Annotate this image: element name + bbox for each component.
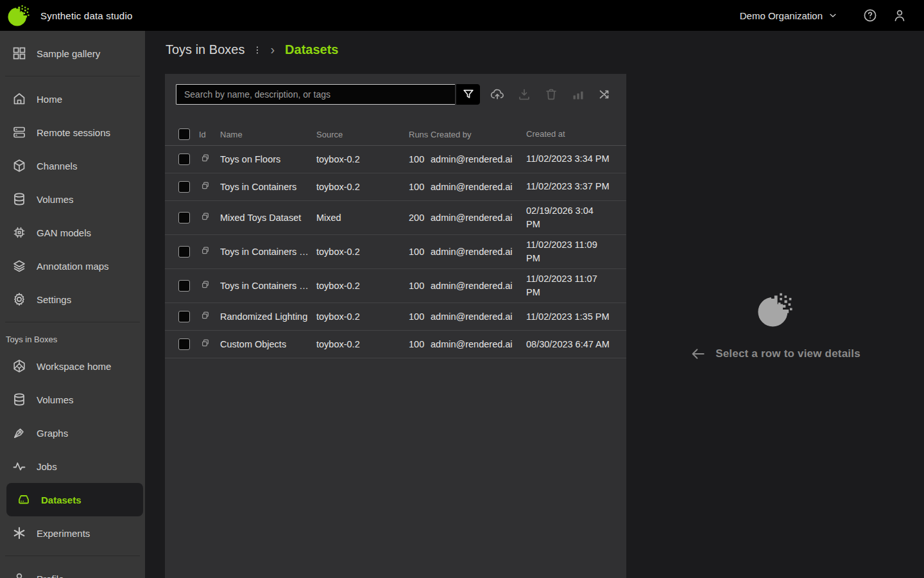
table-row[interactable]: Randomized Lighting toybox-0.2 100 admin… xyxy=(165,303,626,331)
dataset-runs: 100 xyxy=(409,243,431,260)
person-icon xyxy=(12,571,27,578)
watermark-logo-icon xyxy=(757,291,794,328)
breadcrumb-separator: › xyxy=(270,42,275,57)
cloud-upload-icon xyxy=(490,87,505,102)
dataset-source: toybox-0.2 xyxy=(316,243,409,260)
copy-id-button[interactable] xyxy=(199,152,212,165)
server-icon xyxy=(12,125,27,140)
copy-id-button[interactable] xyxy=(199,310,212,322)
sidebar-item-gan-models[interactable]: GAN models xyxy=(0,216,145,249)
compare-button[interactable] xyxy=(597,87,613,102)
copy-id-button[interactable] xyxy=(199,211,212,223)
copy-icon xyxy=(199,211,212,223)
dataset-created-by: admin@rendered.ai xyxy=(431,336,526,353)
breadcrumb-workspace[interactable]: Toys in Boxes xyxy=(166,42,244,57)
row-checkbox[interactable] xyxy=(178,246,190,258)
dataset-created-at: 11/02/2023 3:34 PM xyxy=(526,149,610,169)
kebab-menu-icon[interactable] xyxy=(252,44,263,57)
help-button[interactable] xyxy=(862,8,878,23)
download-button xyxy=(517,87,532,102)
row-checkbox[interactable] xyxy=(178,212,190,223)
app-logo-icon[interactable] xyxy=(7,4,30,27)
copy-id-button[interactable] xyxy=(199,180,212,193)
copy-icon xyxy=(199,279,212,292)
sidebar-item-jobs[interactable]: Jobs xyxy=(0,450,145,483)
sidebar-item-sample-gallery[interactable]: Sample gallery xyxy=(0,37,145,70)
dataset-created-by: admin@rendered.ai xyxy=(431,308,526,325)
dataset-created-at: 11/02/2023 3:37 PM xyxy=(526,177,610,197)
sidebar-item-profile[interactable]: Profile xyxy=(0,562,145,578)
dataset-source: toybox-0.2 xyxy=(316,308,409,325)
bar-chart-icon xyxy=(570,87,586,102)
table-row[interactable]: Custom Objects toybox-0.2 100 admin@rend… xyxy=(165,331,626,358)
detail-placeholder-panel: Select a row to view details xyxy=(626,31,924,578)
dataset-created-at: 08/30/2023 6:47 AM xyxy=(526,335,610,355)
row-checkbox[interactable] xyxy=(178,311,190,322)
home-icon xyxy=(12,91,27,107)
sidebar-item-settings[interactable]: Settings xyxy=(0,283,145,316)
sidebar-item-experiments[interactable]: Experiments xyxy=(0,516,145,550)
sidebar-item-graphs[interactable]: Graphs xyxy=(0,416,145,450)
column-header-id: Id xyxy=(190,127,220,143)
table-row[interactable]: Toys on Floors toybox-0.2 100 admin@rend… xyxy=(165,146,626,173)
download-icon xyxy=(517,87,532,102)
sidebar-divider xyxy=(5,76,140,76)
sidebar-item-volumes[interactable]: Volumes xyxy=(0,182,145,216)
upload-button[interactable] xyxy=(490,87,505,102)
row-checkbox[interactable] xyxy=(178,181,190,193)
dataset-created-by: admin@rendered.ai xyxy=(431,243,526,260)
table-row[interactable]: Toys in Containers - ... toybox-0.2 100 … xyxy=(165,269,626,303)
main-content: Toys in Boxes › Datasets xyxy=(145,31,924,578)
database-icon xyxy=(12,191,27,207)
dataset-source: Mixed xyxy=(316,209,409,226)
search-input[interactable] xyxy=(176,84,455,105)
dataset-created-at: 11/02/2023 1:35 PM xyxy=(526,307,610,327)
column-header-name: Name xyxy=(220,127,316,143)
analytics-button xyxy=(570,87,586,102)
sidebar-item-label: Home xyxy=(37,94,62,105)
column-header-created-by: Created by xyxy=(431,127,526,143)
dataset-name: Toys in Containers - V... xyxy=(220,243,316,260)
sidebar-item-label: Annotation maps xyxy=(37,261,109,272)
sidebar-item-datasets[interactable]: Datasets xyxy=(6,483,143,516)
dataset-name: Custom Objects xyxy=(220,336,316,353)
dataset-created-at: 02/19/2026 3:04 PM xyxy=(526,201,610,234)
filter-button[interactable] xyxy=(456,84,480,105)
app-title: Synthetic data studio xyxy=(40,10,132,21)
dataset-created-by: admin@rendered.ai xyxy=(431,179,526,195)
sidebar-item-annotation-maps[interactable]: Annotation maps xyxy=(0,249,145,283)
dataset-created-by: admin@rendered.ai xyxy=(431,277,526,294)
dataset-name: Toys in Containers - ... xyxy=(220,277,316,294)
row-checkbox[interactable] xyxy=(178,280,190,292)
table-row[interactable]: Mixed Toys Dataset Mixed 200 admin@rende… xyxy=(165,201,626,235)
column-header-created-at: Created at xyxy=(526,125,610,144)
gear-icon xyxy=(12,292,27,307)
table-row[interactable]: Toys in Containers toybox-0.2 100 admin@… xyxy=(165,173,626,201)
copy-icon xyxy=(199,152,212,165)
activity-icon xyxy=(12,459,27,474)
copy-id-button[interactable] xyxy=(199,245,212,258)
sidebar-item-channels[interactable]: Channels xyxy=(0,149,145,182)
row-checkbox[interactable] xyxy=(178,338,190,350)
sidebar-item-remote-sessions[interactable]: Remote sessions xyxy=(0,116,145,149)
sidebar-item-label: GAN models xyxy=(37,227,91,238)
table-row[interactable]: Toys in Containers - V... toybox-0.2 100… xyxy=(165,235,626,269)
sidebar-item-label: Datasets xyxy=(41,495,81,505)
sidebar-item-workspace-home[interactable]: Workspace home xyxy=(0,349,145,383)
copy-id-button[interactable] xyxy=(199,279,212,292)
copy-id-button[interactable] xyxy=(199,337,212,350)
dataset-source: toybox-0.2 xyxy=(316,336,409,353)
arrow-left-icon xyxy=(690,346,706,362)
asterisk-icon xyxy=(12,525,27,541)
chip-icon xyxy=(12,225,27,240)
profile-button[interactable] xyxy=(892,8,907,23)
org-switcher[interactable]: Demo Organization xyxy=(740,10,838,21)
database-icon xyxy=(12,392,27,407)
dataset-created-by: admin@rendered.ai xyxy=(431,209,526,226)
select-all-checkbox[interactable] xyxy=(178,128,190,140)
sidebar-item-ws-volumes[interactable]: Volumes xyxy=(0,383,145,416)
layers-icon xyxy=(12,258,27,274)
row-checkbox[interactable] xyxy=(178,153,190,165)
sidebar-item-home[interactable]: Home xyxy=(0,82,145,116)
dataset-runs: 200 xyxy=(409,209,431,226)
